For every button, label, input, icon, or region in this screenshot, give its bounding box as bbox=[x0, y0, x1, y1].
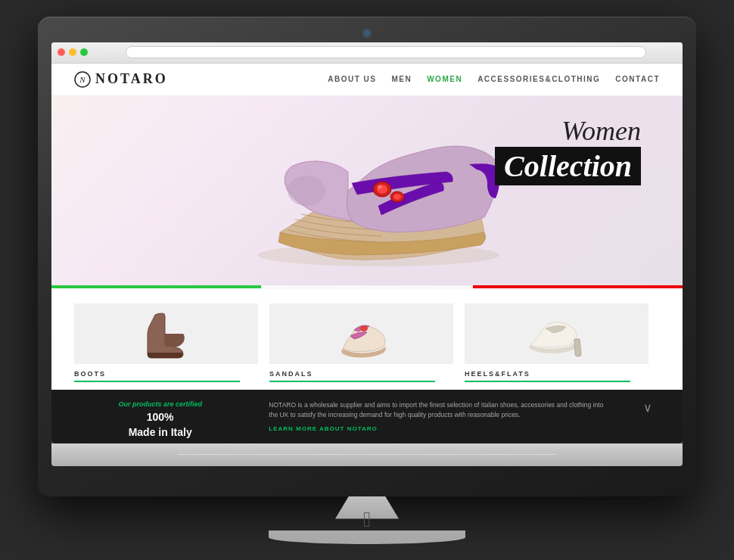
hero-section: Women Collection bbox=[51, 96, 683, 285]
nav-about[interactable]: ABOUT US bbox=[328, 75, 376, 83]
made-in-label: Made in Italy bbox=[74, 426, 246, 438]
hero-title-1: Women bbox=[495, 115, 641, 147]
product-sandals[interactable]: SANDALS bbox=[269, 303, 465, 382]
heels-svg bbox=[519, 307, 595, 360]
nav-links: ABOUT US MEN WOMEN ACCESSORIES&CLOTHING … bbox=[328, 75, 660, 83]
chevron-down-icon[interactable]: ∨ bbox=[636, 400, 660, 415]
chin-line bbox=[178, 454, 556, 455]
logo-icon: N bbox=[74, 71, 91, 88]
boots-svg bbox=[136, 307, 197, 360]
sandals-image bbox=[269, 303, 453, 364]
product-heels[interactable]: HEELS&FLATS bbox=[465, 303, 660, 382]
band-green bbox=[51, 285, 261, 288]
browser-chrome bbox=[51, 42, 683, 64]
website-content: N NOTARO ABOUT US MEN WOMEN ACCESSORIES&… bbox=[51, 64, 683, 443]
svg-text:N: N bbox=[79, 75, 86, 84]
camera bbox=[364, 30, 370, 36]
cert-text: Our products are certified bbox=[74, 400, 246, 408]
logo: N NOTARO bbox=[74, 71, 168, 88]
boots-image bbox=[74, 303, 258, 364]
apple-logo-icon:  bbox=[363, 508, 371, 532]
screen: N NOTARO ABOUT US MEN WOMEN ACCESSORIES&… bbox=[51, 42, 683, 443]
hero-text: Women Collection bbox=[495, 115, 641, 185]
heels-image bbox=[465, 303, 648, 364]
heels-underline bbox=[465, 381, 630, 382]
nav-women[interactable]: WOMEN bbox=[427, 75, 462, 83]
screen-bottom-bar bbox=[51, 443, 683, 466]
product-grid: BOOTS bbox=[51, 288, 683, 390]
band-white bbox=[261, 285, 472, 288]
heels-label: HEELS&FLATS bbox=[465, 370, 648, 378]
minimize-button[interactable] bbox=[69, 48, 76, 56]
svg-point-8 bbox=[288, 176, 325, 206]
footer-description: NOTARO is a wholesale supplier and aims … bbox=[269, 400, 613, 432]
svg-point-5 bbox=[378, 185, 382, 188]
stand-base bbox=[269, 530, 465, 544]
svg-point-9 bbox=[360, 325, 368, 331]
close-button[interactable] bbox=[58, 48, 65, 56]
boots-label: BOOTS bbox=[74, 370, 258, 378]
address-bar[interactable] bbox=[126, 46, 646, 58]
nav-contact[interactable]: CONTACT bbox=[615, 75, 660, 83]
color-bands bbox=[51, 285, 683, 288]
sandals-underline bbox=[269, 381, 435, 382]
maximize-button[interactable] bbox=[80, 48, 88, 56]
sandals-label: SANDALS bbox=[269, 370, 453, 378]
imac-display: N NOTARO ABOUT US MEN WOMEN ACCESSORIES&… bbox=[38, 17, 696, 544]
navigation: N NOTARO ABOUT US MEN WOMEN ACCESSORIES&… bbox=[51, 64, 683, 96]
footer: Our products are certified 100% Made in … bbox=[51, 390, 683, 443]
nav-men[interactable]: MEN bbox=[391, 75, 412, 83]
sandals-svg bbox=[328, 307, 396, 360]
learn-more-link[interactable]: LEARN MORE ABOUT NOTARO bbox=[269, 425, 613, 432]
svg-point-7 bbox=[393, 194, 401, 200]
band-red bbox=[473, 285, 683, 288]
window-controls bbox=[58, 48, 88, 56]
made-in-percent: 100% bbox=[74, 411, 246, 423]
nav-accessories[interactable]: ACCESSORIES&CLOTHING bbox=[477, 75, 600, 83]
product-boots[interactable]: BOOTS bbox=[74, 303, 269, 382]
hero-shoe-illustration bbox=[159, 100, 537, 274]
logo-text: NOTARO bbox=[95, 71, 168, 87]
hero-title-2: Collection bbox=[495, 147, 641, 185]
screen-bezel: N NOTARO ABOUT US MEN WOMEN ACCESSORIES&… bbox=[38, 17, 696, 496]
boots-underline bbox=[74, 381, 240, 382]
footer-desc-text: NOTARO is a wholesale supplier and aims … bbox=[269, 400, 613, 421]
footer-certification: Our products are certified 100% Made in … bbox=[74, 400, 246, 438]
